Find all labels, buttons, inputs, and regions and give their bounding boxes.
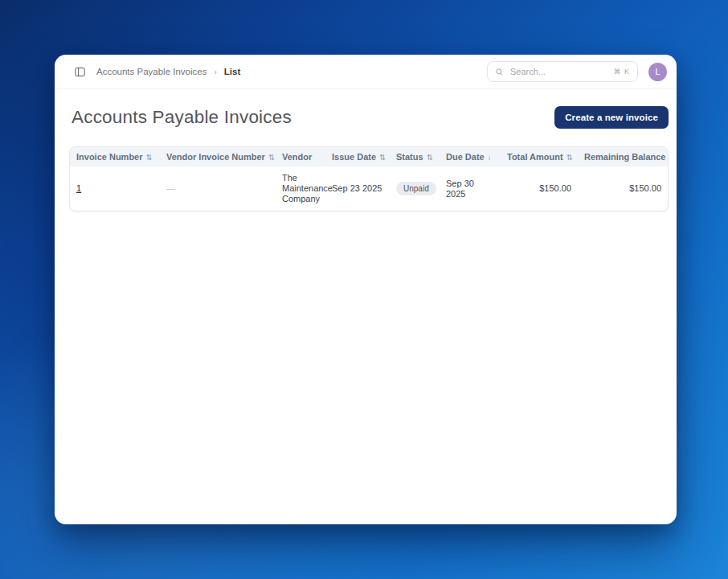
cell-vendor: The Maintenance Company (276, 166, 325, 211)
column-header-issue-date[interactable]: Issue Date⇅ (325, 147, 390, 166)
cell-total-amount: $150.00 (501, 166, 578, 211)
sort-icon: ⇅ (427, 153, 433, 162)
top-bar: Accounts Payable Invoices › List ⌘ K L (55, 55, 677, 89)
search-input[interactable] (509, 66, 608, 77)
status-badge: Unpaid (396, 182, 436, 195)
sort-icon: ⇅ (379, 153, 386, 162)
table-header-row: Invoice Number⇅ Vendor Invoice Number⇅ V… (70, 147, 668, 166)
sort-icon: ⇅ (268, 153, 275, 162)
sort-descending-icon: ↓ (488, 153, 492, 162)
breadcrumb-item-accounts-payable-invoices[interactable]: Accounts Payable Invoices (96, 67, 207, 76)
invoice-number-link[interactable]: 1 (76, 183, 81, 193)
cell-status: Unpaid (390, 166, 440, 211)
cell-vendor-invoice-number: — (160, 166, 276, 211)
breadcrumb-separator-icon: › (214, 68, 216, 76)
column-header-vendor-invoice-number[interactable]: Vendor Invoice Number⇅ (160, 147, 276, 166)
breadcrumb: Accounts Payable Invoices › List (96, 67, 240, 76)
keyboard-shortcut-hint: ⌘ K (613, 68, 630, 76)
page-content: Accounts Payable Invoices Create a new i… (55, 89, 677, 211)
breadcrumb-item-list[interactable]: List (224, 67, 240, 76)
invoices-table: Invoice Number⇅ Vendor Invoice Number⇅ V… (69, 146, 669, 211)
sort-icon: ⇅ (566, 153, 573, 162)
table-row[interactable]: 1 — The Maintenance Company Sep 23 2025 … (70, 166, 668, 211)
page-title: Accounts Payable Invoices (72, 107, 292, 128)
panel-left-icon (74, 66, 86, 78)
sort-icon: ⇅ (146, 153, 153, 162)
cell-remaining-balance: $150.00 (578, 166, 668, 211)
avatar[interactable]: L (648, 63, 667, 81)
cell-issue-date: Sep 23 2025 (325, 166, 390, 211)
column-header-status[interactable]: Status⇅ (390, 147, 440, 166)
app-window: Accounts Payable Invoices › List ⌘ K L A… (55, 55, 677, 524)
search-box[interactable]: ⌘ K (487, 61, 638, 82)
title-row: Accounts Payable Invoices Create a new i… (69, 106, 669, 129)
sidebar-toggle-button[interactable] (72, 64, 88, 80)
column-header-vendor: Vendor (276, 147, 325, 166)
cell-invoice-number: 1 (70, 166, 160, 211)
cell-due-date: Sep 30 2025 (440, 166, 501, 211)
column-header-remaining-balance[interactable]: Remaining Balance⇅ (578, 147, 668, 166)
search-icon (495, 68, 504, 76)
column-header-total-amount[interactable]: Total Amount⇅ (501, 147, 578, 166)
create-invoice-button[interactable]: Create a new invoice (554, 106, 669, 129)
column-header-due-date[interactable]: Due Date↓ (440, 147, 501, 166)
column-header-invoice-number[interactable]: Invoice Number⇅ (70, 147, 160, 166)
